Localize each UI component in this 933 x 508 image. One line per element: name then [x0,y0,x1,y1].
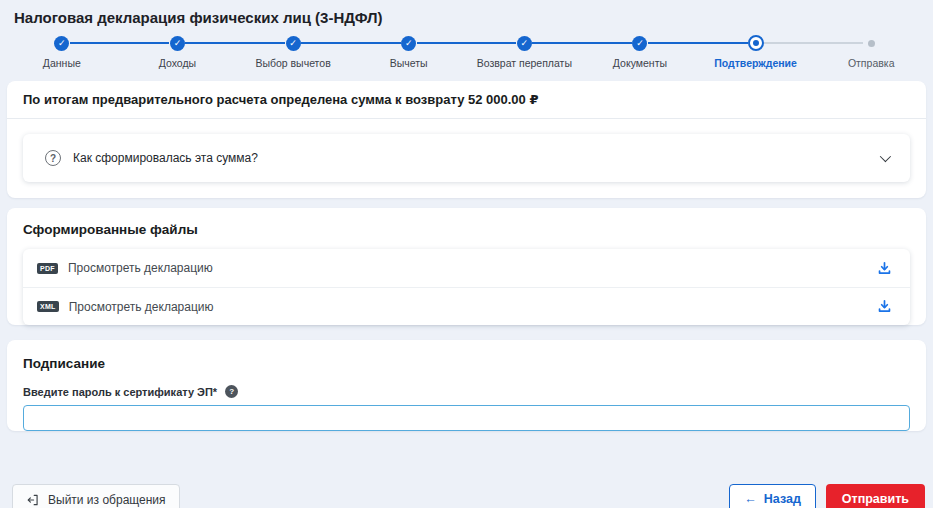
files-section-title: Сформированные файлы [7,208,926,249]
exit-button-label: Выйти из обращения [48,493,166,507]
refund-summary-card: По итогам предварительного расчета опред… [7,81,926,198]
exit-request-button[interactable]: Выйти из обращения [12,484,180,508]
signing-section-title: Подписание [7,340,926,385]
confirmation-page: Налоговая декларация физических лиц (3-Н… [0,0,933,508]
step-label: Вычеты [390,57,428,69]
file-label: Просмотреть декларацию [69,300,214,314]
file-row-pdf[interactable]: PDF Просмотреть декларацию [23,249,910,287]
step-label: Выбор вычетов [255,57,330,69]
back-arrow-icon: ← [744,492,757,506]
back-button-label: Назад [764,492,801,506]
step-data[interactable]: ✓ Данные [4,35,120,81]
footer-actions: Выйти из обращения ← Назад Отправить [0,484,933,508]
submit-button[interactable]: Отправить [826,484,925,508]
step-label: Документы [613,57,667,69]
page-title: Налоговая декларация физических лиц (3-Н… [0,0,933,26]
file-row-xml[interactable]: XML Просмотреть декларацию [23,287,910,325]
chevron-down-icon [880,151,891,162]
check-icon: ✓ [632,36,647,51]
download-icon [876,260,893,277]
check-icon: ✓ [286,36,301,51]
stepper: ✓ Данные ✓ Доходы ✓ Выбор вычетов ✓ Выче… [4,35,929,81]
footer-right-actions: ← Назад Отправить [729,484,925,508]
upcoming-step-dot [868,40,875,47]
refund-summary-message: По итогам предварительного расчета опред… [7,81,926,119]
step-overpayment-refund[interactable]: ✓ Возврат переплаты [467,35,583,81]
step-sending: Отправка [813,35,929,81]
step-deductions[interactable]: ✓ Вычеты [351,35,467,81]
step-documents[interactable]: ✓ Документы [582,35,698,81]
help-icon[interactable]: ? [225,385,238,398]
step-label: Доходы [159,57,196,69]
accordion-wrap: ? Как сформировалась эта сумма? [7,119,926,198]
certificate-password-input[interactable] [23,405,910,431]
certificate-password-label: Введите пароль к сертификату ЭП* [23,386,217,398]
pdf-file-icon: PDF [37,263,58,274]
question-circle-icon: ? [45,150,61,166]
exit-icon [26,493,40,507]
check-icon: ✓ [517,36,532,51]
step-label: Данные [43,57,81,69]
check-icon: ✓ [401,36,416,51]
step-confirmation[interactable]: Подтверждение [698,35,814,81]
step-incomes[interactable]: ✓ Доходы [120,35,236,81]
file-label: Просмотреть декларацию [68,261,213,275]
signing-card: Подписание Введите пароль к сертификату … [7,340,926,431]
how-sum-formed-accordion[interactable]: ? Как сформировалась эта сумма? [23,134,910,182]
xml-file-icon: XML [37,301,59,312]
check-icon: ✓ [54,36,69,51]
back-button[interactable]: ← Назад [729,484,816,508]
step-label: Возврат переплаты [477,57,572,69]
download-icon [876,298,893,315]
step-deduction-choice[interactable]: ✓ Выбор вычетов [235,35,351,81]
step-label: Подтверждение [714,57,797,69]
download-pdf-button[interactable] [872,256,896,280]
generated-files-card: Сформированные файлы PDF Просмотреть дек… [7,208,926,325]
current-step-dot [748,35,764,51]
password-label-row: Введите пароль к сертификату ЭП* ? [23,385,910,398]
step-label: Отправка [848,57,895,69]
accordion-question-label: Как сформировалась эта сумма? [73,151,258,165]
check-icon: ✓ [170,36,185,51]
files-list: PDF Просмотреть декларацию XML Просмотре… [23,249,910,325]
download-xml-button[interactable] [872,295,896,319]
